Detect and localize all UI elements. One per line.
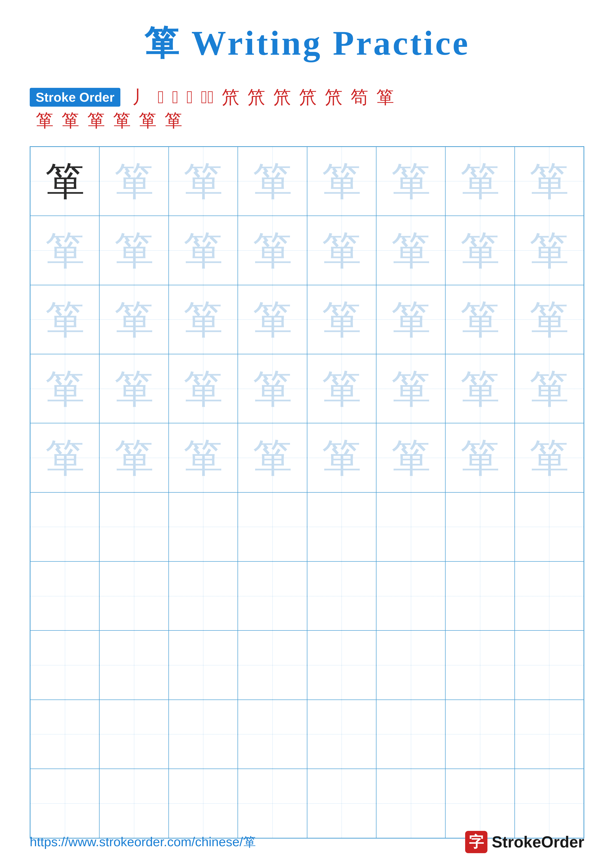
grid-cell-1-2[interactable]: 箪 [99,147,168,216]
grid-cell-3-7[interactable]: 箪 [445,285,515,354]
grid-row-9 [30,700,584,769]
grid-cell-7-8[interactable] [515,561,584,631]
grid-cell-3-8[interactable]: 箪 [515,285,584,354]
grid-cell-5-5[interactable]: 箪 [307,423,376,492]
stroke-order-row2: 箪 箪 箪 箪 箪 箪 [30,110,584,131]
grid-cell-8-5[interactable] [307,631,376,699]
grid-cell-8-2[interactable] [99,631,168,699]
grid-cell-3-3[interactable]: 箪 [169,285,238,354]
grid-cell-6-7[interactable] [445,492,515,561]
grid-cell-6-1[interactable] [30,492,99,561]
grid-cell-10-5[interactable] [307,769,376,838]
grid-cell-8-6[interactable] [376,631,445,699]
grid-cell-2-6[interactable]: 箪 [376,216,445,285]
grid-cell-5-6[interactable]: 箪 [376,423,445,492]
practice-char: 箪 [114,300,154,339]
grid-cell-3-4[interactable]: 箪 [238,285,307,354]
grid-cell-4-4[interactable]: 箪 [238,354,307,423]
grid-cell-5-1[interactable]: 箪 [30,423,99,492]
grid-cell-6-6[interactable] [376,492,445,561]
grid-cell-1-7[interactable]: 箪 [445,147,515,216]
grid-cell-8-7[interactable] [445,631,515,699]
grid-cell-6-5[interactable] [307,492,376,561]
grid-cell-7-6[interactable] [376,561,445,631]
grid-cell-9-1[interactable] [30,700,99,769]
grid-cell-1-1[interactable]: 箪 [30,147,99,216]
grid-cell-3-2[interactable]: 箪 [99,285,168,354]
grid-cell-10-1[interactable] [30,769,99,838]
grid-cell-6-4[interactable] [238,492,307,561]
practice-char: 箪 [114,369,154,409]
grid-cell-4-5[interactable]: 箪 [307,354,376,423]
grid-cell-9-4[interactable] [238,700,307,769]
grid-cell-2-8[interactable]: 箪 [515,216,584,285]
practice-char: 箪 [322,438,361,477]
practice-char: 箪 [529,231,569,270]
grid-cell-7-7[interactable] [445,561,515,631]
stroke-2: 𠃋 [157,87,164,108]
grid-cell-10-8[interactable] [515,769,584,838]
grid-cell-4-7[interactable]: 箪 [445,354,515,423]
grid-cell-4-8[interactable]: 箪 [515,354,584,423]
grid-cell-6-2[interactable] [99,492,168,561]
practice-char: 箪 [45,300,85,339]
grid-cell-7-3[interactable] [169,561,238,631]
practice-char: 箪 [460,369,500,409]
grid-cell-7-2[interactable] [99,561,168,631]
grid-cell-9-8[interactable] [515,700,584,769]
grid-cell-5-8[interactable]: 箪 [515,423,584,492]
grid-cell-10-2[interactable] [99,769,168,838]
grid-cell-1-8[interactable]: 箪 [515,147,584,216]
grid-cell-3-5[interactable]: 箪 [307,285,376,354]
grid-cell-7-1[interactable] [30,561,99,631]
stroke-r2-2: 箪 [61,110,79,131]
grid-cell-4-6[interactable]: 箪 [376,354,445,423]
grid-cell-7-5[interactable] [307,561,376,631]
grid-cell-9-6[interactable] [376,700,445,769]
grid-cell-9-7[interactable] [445,700,515,769]
grid-cell-5-4[interactable]: 箪 [238,423,307,492]
grid-row-3: 箪 箪 箪 箪 箪 箪 箪 箪 [30,285,584,354]
grid-cell-10-4[interactable] [238,769,307,838]
grid-cell-8-8[interactable] [515,631,584,699]
practice-char: 箪 [45,231,85,270]
grid-cell-9-2[interactable] [99,700,168,769]
grid-cell-2-2[interactable]: 箪 [99,216,168,285]
stroke-order-badge: Stroke Order [30,88,120,107]
grid-cell-5-2[interactable]: 箪 [99,423,168,492]
practice-char: 箪 [183,231,223,270]
grid-cell-2-5[interactable]: 箪 [307,216,376,285]
grid-cell-8-4[interactable] [238,631,307,699]
stroke-5: 𠄌𠂇 [201,87,214,108]
grid-cell-5-3[interactable]: 箪 [169,423,238,492]
grid-cell-4-2[interactable]: 箪 [99,354,168,423]
grid-cell-1-5[interactable]: 箪 [307,147,376,216]
grid-cell-8-1[interactable] [30,631,99,699]
grid-cell-3-6[interactable]: 箪 [376,285,445,354]
grid-cell-2-1[interactable]: 箪 [30,216,99,285]
grid-cell-9-3[interactable] [169,700,238,769]
grid-cell-1-4[interactable]: 箪 [238,147,307,216]
grid-cell-5-7[interactable]: 箪 [445,423,515,492]
grid-cell-2-4[interactable]: 箪 [238,216,307,285]
grid-cell-1-6[interactable]: 箪 [376,147,445,216]
grid-cell-10-6[interactable] [376,769,445,838]
grid-cell-2-7[interactable]: 箪 [445,216,515,285]
stroke-10: 笊 [325,87,342,108]
grid-cell-4-1[interactable]: 箪 [30,354,99,423]
practice-char: 箪 [183,300,223,339]
footer-url[interactable]: https://www.strokeorder.com/chinese/箪 [30,833,256,851]
grid-cell-9-5[interactable] [307,700,376,769]
grid-cell-10-7[interactable] [445,769,515,838]
grid-cell-6-3[interactable] [169,492,238,561]
grid-cell-4-3[interactable]: 箪 [169,354,238,423]
grid-cell-7-4[interactable] [238,561,307,631]
practice-char: 箪 [322,300,361,339]
footer-logo-text: StrokeOrder [492,833,584,851]
grid-cell-10-3[interactable] [169,769,238,838]
grid-cell-6-8[interactable] [515,492,584,561]
grid-cell-3-1[interactable]: 箪 [30,285,99,354]
grid-cell-8-3[interactable] [169,631,238,699]
grid-cell-2-3[interactable]: 箪 [169,216,238,285]
grid-cell-1-3[interactable]: 箪 [169,147,238,216]
